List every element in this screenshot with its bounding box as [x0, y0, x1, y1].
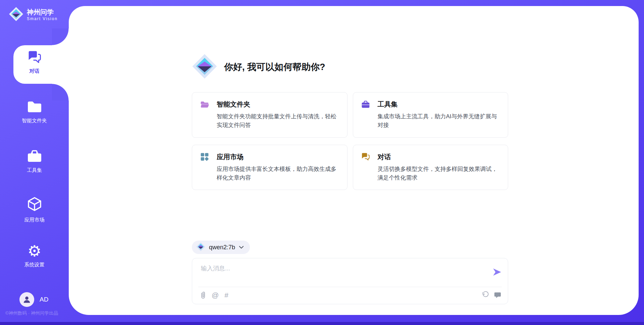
card-chat[interactable]: 对话 灵活切换多模型文件，支持多样回复效果调试，满足个性化需求 — [353, 145, 508, 190]
sidebar-item-chat[interactable]: 对话 — [0, 50, 69, 74]
gear-icon: ⚙ — [28, 243, 41, 259]
history-button[interactable] — [482, 291, 489, 299]
topic-button[interactable]: # — [224, 291, 228, 299]
card-toolkit[interactable]: 工具集 集成市场上主流工具，助力AI与外界无缝扩展与对接 — [353, 92, 508, 138]
sidebar-item-label: 系统设置 — [0, 262, 69, 268]
folder-icon — [27, 101, 42, 115]
composer: @ # — [192, 258, 508, 304]
chat-bubbles-icon — [28, 50, 42, 65]
sidebar-item-label: 对话 — [0, 68, 69, 74]
chevron-down-icon — [239, 244, 244, 250]
avatar — [19, 292, 34, 307]
hash-icon: # — [224, 291, 228, 299]
card-description: 灵活切换多模型文件，支持多样回复效果调试，满足个性化需求 — [378, 165, 500, 183]
send-icon — [492, 267, 502, 277]
at-icon: @ — [212, 291, 219, 299]
card-smart-folder[interactable]: 智能文件夹 智能文件夹功能支持批量文件上传与清洗，轻松实现文件问答 — [192, 92, 347, 138]
card-app-market[interactable]: 应用市场 应用市场提供丰富长文本模板，助力高效生成多样化文章内容 — [192, 145, 347, 190]
paperclip-icon — [200, 291, 206, 299]
app-grid-icon — [200, 152, 209, 161]
send-button[interactable] — [492, 267, 502, 277]
sidebar-item-label: 工具集 — [0, 167, 69, 174]
message-input[interactable] — [200, 264, 487, 284]
brand-logo-diamond-icon — [9, 7, 23, 23]
brand-name: 神州问学 — [27, 8, 58, 16]
card-title: 智能文件夹 — [217, 100, 250, 109]
main-content: 你好, 我可以如何帮助你? 智能文件夹 智能文件夹功能支持批量文件上传与清洗，轻… — [69, 6, 639, 315]
card-title: 应用市场 — [217, 152, 244, 161]
sidebar-item-label: 应用市场 — [0, 217, 69, 223]
card-title: 工具集 — [378, 100, 398, 109]
user-profile[interactable]: AD — [19, 292, 48, 307]
history-icon — [482, 291, 489, 299]
sidebar-footer-text: ©神州数码 · 神州问学出品 — [5, 310, 58, 316]
folder-open-icon — [200, 100, 209, 109]
card-description: 应用市场提供丰富长文本模板，助力高效生成多样化文章内容 — [217, 165, 339, 183]
model-logo-diamond-icon — [196, 242, 205, 253]
brand-subtitle: Smart Vision — [27, 16, 58, 21]
card-description: 集成市场上主流工具，助力AI与外界无缝扩展与对接 — [378, 112, 500, 130]
briefcase-icon — [361, 100, 370, 109]
sidebar-item-settings[interactable]: ⚙ 系统设置 — [0, 243, 69, 268]
composer-divider — [198, 287, 502, 287]
composer-tools-left: @ # — [200, 291, 228, 299]
active-tab-fillet-bottom — [52, 84, 69, 101]
chat-bubbles-icon — [361, 152, 370, 161]
attach-file-button[interactable] — [200, 291, 206, 299]
sidebar-item-toolkit[interactable]: 工具集 — [0, 149, 69, 174]
assistant-logo-diamond-icon — [192, 54, 217, 80]
model-name: qwen2:7b — [209, 244, 235, 251]
card-description: 智能文件夹功能支持批量文件上传与清洗，轻松实现文件问答 — [217, 112, 339, 130]
feedback-button[interactable] — [494, 291, 501, 299]
mention-button[interactable]: @ — [212, 291, 219, 299]
model-selector[interactable]: qwen2:7b — [192, 241, 250, 254]
sidebar-item-smart-folder[interactable]: 智能文件夹 — [0, 101, 69, 124]
greeting: 你好, 我可以如何帮助你? — [192, 54, 325, 80]
composer-tools-right — [482, 291, 501, 299]
greeting-title: 你好, 我可以如何帮助你? — [224, 61, 325, 73]
sidebar-item-app-market[interactable]: 应用市场 — [0, 196, 69, 223]
user-name: AD — [40, 296, 48, 303]
suggestion-cards: 智能文件夹 智能文件夹功能支持批量文件上传与清洗，轻松实现文件问答 工具集 集成… — [192, 92, 508, 190]
brand: 神州问学 Smart Vision — [9, 7, 58, 23]
active-tab-fillet-top — [52, 28, 69, 45]
briefcase-icon — [27, 149, 42, 164]
card-title: 对话 — [378, 152, 391, 161]
comment-icon — [494, 291, 501, 299]
sidebar-item-label: 智能文件夹 — [0, 118, 69, 124]
bottom-accent-bar — [0, 322, 644, 325]
cube-icon — [26, 196, 43, 214]
